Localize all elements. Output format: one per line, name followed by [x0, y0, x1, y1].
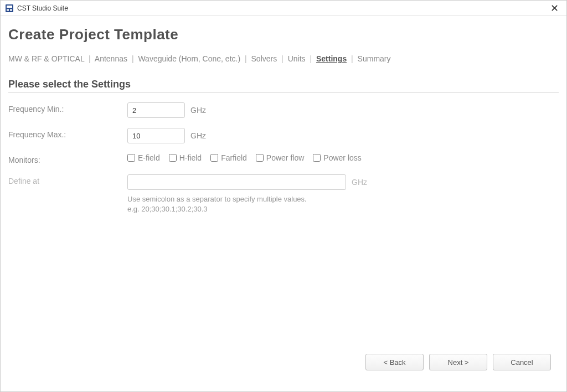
breadcrumb-item[interactable]: Summary — [358, 54, 391, 63]
monitor-powerflow-checkbox[interactable] — [256, 154, 264, 162]
monitor-farfield-label: Farfield — [221, 153, 247, 162]
cancel-button[interactable]: Cancel — [493, 354, 551, 370]
monitor-powerloss[interactable]: Power loss — [313, 153, 361, 162]
breadcrumb-separator: | — [89, 54, 91, 63]
freq-min-label: Frequency Min.: — [8, 102, 127, 114]
row-freq-min: Frequency Min.: GHz — [8, 102, 559, 118]
row-define-at: Define at GHz Use semicolon as a separat… — [8, 174, 559, 214]
breadcrumb-item[interactable]: MW & RF & OPTICAL — [8, 54, 84, 63]
breadcrumb-item[interactable]: Units — [288, 54, 306, 63]
monitor-powerloss-label: Power loss — [323, 153, 361, 162]
svg-rect-3 — [10, 9, 12, 11]
button-row: < Back Next > Cancel — [365, 354, 551, 370]
define-at-input[interactable] — [127, 174, 346, 190]
page-title: Create Project Template — [8, 26, 559, 43]
breadcrumb-separator: | — [132, 54, 134, 63]
monitor-powerloss-checkbox[interactable] — [313, 154, 321, 162]
freq-min-unit: GHz — [190, 106, 206, 115]
content-area: Create Project Template MW & RF & OPTICA… — [1, 16, 566, 230]
row-monitors: Monitors: E-field H-field Farfield Power… — [8, 153, 559, 164]
define-at-hint-line1: Use semicolon as a separator to specify … — [127, 194, 367, 204]
svg-rect-2 — [7, 9, 9, 11]
monitor-hfield-label: H-field — [179, 153, 202, 162]
monitor-powerflow[interactable]: Power flow — [256, 153, 304, 162]
monitor-farfield[interactable]: Farfield — [210, 153, 247, 162]
breadcrumb-item-current[interactable]: Settings — [316, 54, 347, 63]
freq-max-unit: GHz — [190, 131, 206, 140]
define-at-hint-line2: e.g. 20;30;30.1;30.2;30.3 — [127, 204, 367, 214]
monitor-efield-label: E-field — [138, 153, 160, 162]
next-button[interactable]: Next > — [429, 354, 487, 370]
breadcrumb-separator: | — [245, 54, 247, 63]
monitors-label: Monitors: — [8, 153, 127, 164]
section-title: Please select the Settings — [8, 79, 559, 92]
breadcrumb-separator: | — [310, 54, 312, 63]
breadcrumb-item[interactable]: Waveguide (Horn, Cone, etc.) — [138, 54, 240, 63]
app-icon — [5, 4, 14, 13]
breadcrumb-separator: | — [281, 54, 284, 63]
define-at-label: Define at — [8, 174, 127, 185]
freq-max-input[interactable] — [127, 128, 185, 143]
breadcrumb: MW & RF & OPTICAL | Antennas | Waveguide… — [8, 54, 559, 63]
close-icon[interactable]: ✕ — [547, 1, 562, 16]
row-freq-max: Frequency Max.: GHz — [8, 128, 559, 143]
define-at-hint: Use semicolon as a separator to specify … — [127, 194, 367, 214]
freq-max-label: Frequency Max.: — [8, 128, 127, 139]
breadcrumb-separator: | — [351, 54, 353, 63]
titlebar-title: CST Studio Suite — [17, 4, 547, 12]
monitor-hfield-checkbox[interactable] — [169, 154, 177, 162]
define-at-unit: GHz — [352, 178, 367, 187]
monitor-efield-checkbox[interactable] — [127, 154, 135, 162]
monitor-hfield[interactable]: H-field — [169, 153, 202, 162]
monitor-farfield-checkbox[interactable] — [210, 154, 218, 162]
breadcrumb-item[interactable]: Antennas — [95, 54, 127, 63]
back-button[interactable]: < Back — [365, 354, 424, 370]
monitor-powerflow-label: Power flow — [266, 153, 304, 162]
titlebar: CST Studio Suite ✕ — [1, 1, 566, 16]
freq-min-input[interactable] — [127, 102, 185, 118]
breadcrumb-item[interactable]: Solvers — [251, 54, 277, 63]
monitor-efield[interactable]: E-field — [127, 153, 160, 162]
svg-rect-1 — [7, 6, 12, 8]
